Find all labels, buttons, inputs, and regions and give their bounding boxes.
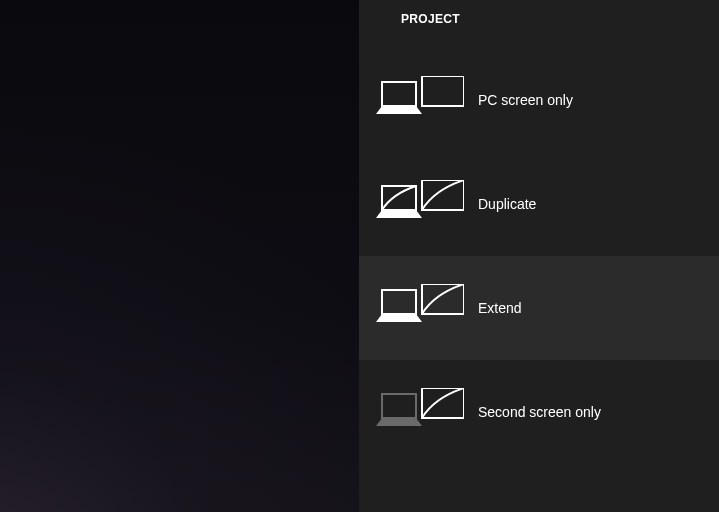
svg-rect-3 xyxy=(422,180,464,210)
option-extend[interactable]: Extend xyxy=(359,256,719,360)
option-label: Second screen only xyxy=(478,404,601,420)
option-label: Extend xyxy=(478,300,522,316)
option-second-screen-only[interactable]: Second screen only xyxy=(359,360,719,464)
project-options-list: PC screen only xyxy=(359,48,719,464)
duplicate-icon xyxy=(376,180,464,228)
pc-screen-only-icon xyxy=(376,76,464,124)
option-label: PC screen only xyxy=(478,92,573,108)
option-duplicate[interactable]: Duplicate xyxy=(359,152,719,256)
option-pc-screen-only[interactable]: PC screen only xyxy=(359,48,719,152)
svg-rect-6 xyxy=(382,394,416,418)
svg-rect-2 xyxy=(382,186,416,210)
second-screen-only-icon xyxy=(376,388,464,436)
extend-icon xyxy=(376,284,464,332)
svg-rect-5 xyxy=(422,284,464,314)
desktop-background xyxy=(0,0,359,512)
project-panel: PROJECT xyxy=(359,0,719,512)
svg-rect-1 xyxy=(422,76,464,106)
option-label: Duplicate xyxy=(478,196,536,212)
panel-title: PROJECT xyxy=(401,12,460,26)
svg-rect-0 xyxy=(382,82,416,106)
svg-rect-4 xyxy=(382,290,416,314)
svg-rect-7 xyxy=(422,388,464,418)
